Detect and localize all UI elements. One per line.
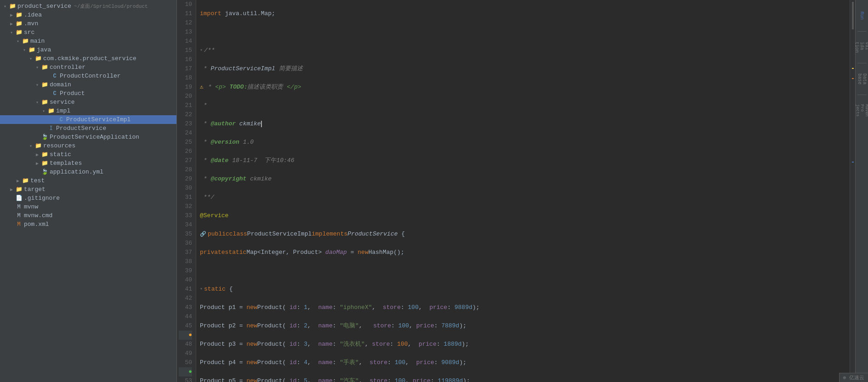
tree-resources-folder[interactable]: ▾ 📁 resources (0, 141, 176, 150)
yml-label: application.yml (49, 169, 103, 175)
code-line-12: ▾/** (200, 46, 850, 55)
pom-label: pom.xml (23, 221, 49, 228)
domain-folder-icon: 📁 (40, 81, 49, 88)
product-class-icon: C (51, 90, 59, 97)
java-arrow: ▾ (21, 47, 28, 53)
product-label: Product (59, 90, 85, 97)
ps-interface-icon: I (47, 125, 55, 132)
validation-panel-button[interactable]: Validation (857, 34, 868, 61)
tree-root[interactable]: ▾ 📁 product_service ~/桌面/SprinCloud/prod… (0, 2, 176, 11)
psi-class-icon: C (57, 117, 65, 123)
tree-target-folder[interactable]: ▶ 📁 target (0, 185, 176, 194)
code-line-25: ▾ static { (200, 285, 850, 294)
watermark-text: 亿速云 (849, 375, 864, 381)
static-arrow: ▶ (34, 152, 40, 157)
watermark-logo: ⊕ (843, 375, 846, 381)
main-folder-icon: 📁 (21, 38, 29, 45)
tree-idea[interactable]: ▶ 📁 .idea (0, 11, 176, 19)
impl-arrow: ▾ (40, 108, 47, 114)
tree-mvn-folder[interactable]: ▶ 📁 .mvn (0, 19, 176, 28)
code-area[interactable]: 10 11 12 13 14 15 16 17 18 19 20 21 22 2… (177, 0, 855, 382)
test-folder-label: test (29, 177, 45, 184)
tree-impl-folder[interactable]: ▾ 📁 impl (0, 107, 176, 115)
tree-domain-folder[interactable]: ▾ 📁 domain (0, 80, 176, 89)
code-line-13: * ProductServiceImpl 简要描述 (200, 64, 850, 73)
resources-folder-icon: 📁 (34, 142, 42, 149)
controller-folder-label: controller (49, 64, 85, 71)
code-line-16: * @author ckmike (200, 119, 850, 129)
templates-folder-icon: 📁 (40, 160, 49, 167)
code-line-18: * @date 18-11-7 下午10:46 (200, 156, 850, 165)
test-arrow: ▶ (15, 178, 21, 184)
git-icon: 📄 (15, 195, 23, 202)
controller-folder-icon: 📁 (40, 64, 49, 71)
tree-main[interactable]: ▾ 📁 main (0, 37, 176, 45)
tree-templates-folder[interactable]: ▶ 📁 templates (0, 159, 176, 168)
static-folder-icon: 📁 (40, 151, 49, 158)
code-editor: 10 11 12 13 14 15 16 17 18 19 20 21 22 2… (177, 0, 855, 382)
tree-productserviceimpl[interactable]: ▶ C ProductServiceImpl (0, 115, 176, 124)
target-folder-icon: 📁 (15, 186, 23, 193)
target-folder-label: target (23, 186, 45, 193)
maven-projects-button[interactable]: MavenProjects (857, 97, 868, 124)
mvn-folder-label: .mvn (23, 20, 38, 27)
package-folder-icon: 📁 (34, 55, 42, 62)
pc-label: ProductController (59, 73, 121, 79)
domain-arrow: ▾ (34, 82, 40, 88)
main-arrow: ▾ (15, 39, 21, 44)
mvnw-cmd-label: mvnw.cmd (23, 212, 52, 219)
code-line-14: ⚠ * <p> TODO:描述该类职责 </p> (200, 83, 850, 92)
tree-mvnw[interactable]: ▶ M mvnw (0, 202, 176, 211)
line-numbers: 10 11 12 13 14 15 16 17 18 19 20 21 22 2… (177, 0, 196, 382)
service-folder-label: service (49, 99, 75, 106)
tree-mvnw-cmd[interactable]: ▶ M mvnw.cmd (0, 211, 176, 220)
tree-pomxml[interactable]: ▶ M pom.xml (0, 220, 176, 229)
tree-package[interactable]: ▾ 📁 com.ckmike.product_service (0, 54, 176, 63)
idea-arrow: ▶ (8, 12, 15, 18)
controller-arrow: ▾ (34, 65, 40, 70)
code-line-22: 🔗public class ProductServiceImpl impleme… (200, 230, 850, 239)
tree-static-folder[interactable]: ▶ 📁 static (0, 150, 176, 159)
psa-label: ProductServiceApplication (49, 134, 139, 140)
resources-arrow: ▾ (28, 143, 34, 149)
java-label: java (36, 46, 51, 53)
code-line-19: * @copyright ckmike (200, 174, 850, 184)
tree-java[interactable]: ▾ 📁 java (0, 45, 176, 54)
tree-service-folder[interactable]: ▾ 📁 service (0, 98, 176, 107)
package-arrow: ▾ (28, 56, 34, 62)
code-line-10: import java.util.Map; (200, 9, 850, 18)
mvnw-label: mvnw (23, 203, 38, 210)
code-line-17: * @version 1.0 (200, 138, 850, 147)
tree-controller-folder[interactable]: ▾ 📁 controller (0, 63, 176, 72)
ps-label: ProductService (55, 125, 106, 132)
pom-icon: M (15, 221, 23, 228)
psi-label: ProductServiceImpl (65, 116, 130, 123)
domain-folder-label: domain (49, 81, 71, 88)
mvn-folder-icon: 📁 (15, 20, 23, 27)
tree-test-folder[interactable]: ▶ 📁 test (0, 176, 176, 185)
root-arrow: ▾ (2, 4, 8, 9)
target-arrow: ▶ (8, 187, 15, 192)
code-line-29: Product p4 = new Product( id: 4, name: "… (200, 358, 850, 367)
templates-arrow: ▶ (34, 161, 40, 166)
src-folder-icon: 📁 (15, 29, 23, 36)
code-line-20: **/ (200, 193, 850, 202)
tree-productcontroller[interactable]: ▶ C ProductController (0, 72, 176, 80)
tree-application-yml[interactable]: ▶ 🍃 application.yml (0, 168, 176, 176)
tree-productservice[interactable]: ▶ I ProductService (0, 124, 176, 133)
file-tree[interactable]: ▾ 📁 product_service ~/桌面/SprinCloud/prod… (0, 0, 177, 382)
idea-folder-icon: 📁 (15, 11, 23, 18)
code-line-30: Product p5 = new Product( id: 5, name: "… (200, 376, 850, 382)
impl-folder-label: impl (55, 107, 70, 114)
database-panel-button[interactable]: Database (857, 65, 868, 93)
run-panel-button[interactable]: Run (857, 2, 868, 29)
tree-productserviceapp[interactable]: ▶ 🍃 ProductServiceApplication (0, 133, 176, 141)
service-folder-icon: 📁 (40, 99, 49, 106)
tree-product[interactable]: ▶ C Product (0, 89, 176, 98)
code-content[interactable]: import java.util.Map; ▾/** * ProductServ… (196, 0, 850, 382)
src-label: src (23, 29, 34, 36)
tree-src[interactable]: ▾ 📁 src (0, 28, 176, 37)
tree-gitignore[interactable]: ▶ 📄 .gitignore (0, 194, 176, 202)
code-line-26: Product p1 = new Product( id: 1, name: "… (200, 303, 850, 312)
code-line-27: Product p2 = new Product( id: 2, name: "… (200, 321, 850, 331)
